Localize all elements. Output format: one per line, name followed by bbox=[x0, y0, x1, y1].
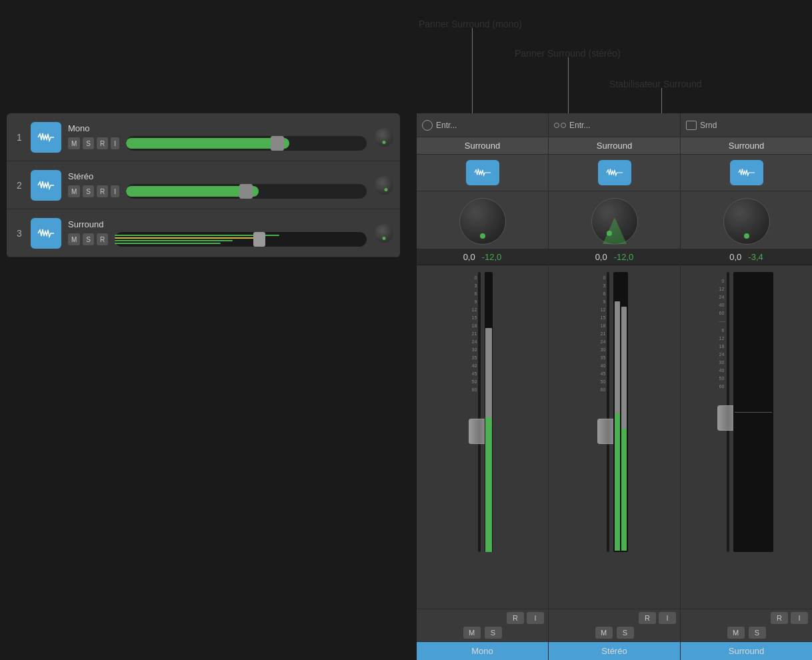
surround-panner-knob[interactable] bbox=[723, 198, 770, 245]
stereo-header-icon bbox=[554, 123, 566, 128]
stereo-panner-knob[interactable] bbox=[591, 198, 638, 245]
stereo-meter bbox=[613, 272, 628, 552]
annotation-area: Panner Surround (mono) Panner Surround (… bbox=[413, 7, 812, 113]
track-icon-mono bbox=[31, 122, 61, 153]
track-list: 1 Mono M S R I 2 bbox=[7, 113, 400, 257]
stereo-surround-label: Surround bbox=[549, 137, 680, 155]
stereo-s-btn[interactable]: S bbox=[83, 185, 94, 197]
channel-stereo-name: Stéréo bbox=[549, 641, 680, 660]
ann-line-2 bbox=[568, 57, 569, 120]
stereo-pan-dot bbox=[384, 188, 387, 191]
mono-panner-knob[interactable] bbox=[459, 198, 506, 245]
surround-value-row: 0,0 -3,4 bbox=[681, 249, 812, 265]
mono-r-btn[interactable]: R bbox=[97, 137, 108, 149]
track-name-surround: Surround bbox=[68, 219, 371, 229]
mono-m-btn-bottom[interactable]: M bbox=[463, 627, 481, 639]
annotation-1: Panner Surround (mono) bbox=[419, 19, 522, 29]
surround-s-btn[interactable]: S bbox=[83, 233, 94, 245]
mono-pan-val: 0,0 bbox=[463, 252, 475, 262]
track-number-1: 1 bbox=[13, 132, 25, 143]
stereo-waveform-area bbox=[549, 155, 680, 191]
surround-bottom-controls: R I M S bbox=[681, 609, 812, 641]
stereo-volume-val: -12,0 bbox=[614, 252, 634, 262]
surround-panner-area bbox=[681, 191, 812, 249]
surround-waveform-area bbox=[681, 155, 812, 191]
stereo-fader[interactable] bbox=[126, 184, 367, 199]
surround-m-btn[interactable]: M bbox=[68, 233, 80, 245]
track-number-3: 3 bbox=[13, 228, 25, 239]
mono-fader-section: 0 3 6 9 12 15 18 21 24 30 35 40 45 50 60 bbox=[417, 265, 548, 609]
mono-s-btn-bottom[interactable]: S bbox=[485, 627, 502, 639]
track-name-stereo: Stéréo bbox=[68, 171, 371, 181]
surround-header-label: Srnd bbox=[700, 121, 807, 130]
surround-fader[interactable] bbox=[115, 232, 367, 247]
surround-header-icon bbox=[686, 121, 697, 130]
mono-header-label: Entr... bbox=[436, 121, 543, 130]
surround-meter bbox=[733, 272, 773, 552]
track-icon-stereo bbox=[31, 170, 61, 201]
surround-waveform-btn[interactable] bbox=[730, 160, 763, 185]
mono-i-btn[interactable]: I bbox=[111, 137, 119, 149]
mono-scale: 0 3 6 9 12 15 18 21 24 30 35 40 45 50 60 bbox=[472, 272, 479, 395]
mono-pan-dot bbox=[383, 141, 386, 144]
surround-r-btn-bottom[interactable]: R bbox=[771, 612, 788, 624]
mono-pan-knob[interactable] bbox=[375, 128, 393, 147]
track-item-stereo: 2 Stéréo M S R I bbox=[7, 161, 400, 209]
mono-panner-area bbox=[417, 191, 548, 249]
annotation-3: Stabilisateur Surround bbox=[609, 79, 702, 89]
surround-track-pan-dot bbox=[383, 237, 386, 240]
track-controls-stereo: M S R I bbox=[68, 184, 371, 199]
stereo-panner-area bbox=[549, 191, 680, 249]
stereo-m-btn-bottom[interactable]: M bbox=[595, 627, 613, 639]
stereo-pan-knob[interactable] bbox=[375, 176, 393, 195]
mono-waveform-area bbox=[417, 155, 548, 191]
stereo-s-btn-bottom[interactable]: S bbox=[617, 627, 634, 639]
mixer-panel: Entr... Surround 0,0 -12,0 0 3 bbox=[417, 113, 812, 660]
mono-i-btn-bottom[interactable]: I bbox=[527, 612, 544, 624]
stereo-m-btn[interactable]: M bbox=[68, 185, 80, 197]
surround-ms-row: M S bbox=[685, 627, 808, 639]
stereo-panner-dot bbox=[607, 231, 612, 236]
track-number-2: 2 bbox=[13, 180, 25, 191]
stereo-i-btn-bottom[interactable]: I bbox=[659, 612, 676, 624]
surround-i-btn-bottom[interactable]: I bbox=[791, 612, 808, 624]
surround-s-btn-bottom[interactable]: S bbox=[749, 627, 766, 639]
surround-surround-label: Surround bbox=[681, 137, 812, 155]
surround-vert-fader-area: 0 12 24 40 60 6 12 18 24 30 40 50 bbox=[681, 265, 812, 609]
channel-surround-name: Surround bbox=[681, 641, 812, 660]
track-item-surround: 3 Surround M S R bbox=[7, 209, 400, 257]
mono-volume-val: -12,0 bbox=[482, 252, 502, 262]
stereo-r-btn-bottom[interactable]: R bbox=[639, 612, 656, 624]
track-icon-surround bbox=[31, 218, 61, 249]
mono-fader[interactable] bbox=[126, 136, 367, 151]
mono-header-icon bbox=[422, 120, 433, 131]
track-controls-surround: M S R bbox=[68, 232, 371, 247]
mono-m-btn[interactable]: M bbox=[68, 137, 80, 149]
stereo-waveform-btn[interactable] bbox=[598, 160, 631, 185]
surround-scale-upper: 0 12 24 40 60 6 12 18 24 30 40 50 bbox=[719, 272, 726, 392]
surround-ri-row: R I bbox=[685, 612, 808, 624]
channel-mono: Entr... Surround 0,0 -12,0 0 3 bbox=[417, 113, 549, 660]
surround-m-btn-bottom[interactable]: M bbox=[727, 627, 745, 639]
mono-r-btn-bottom[interactable]: R bbox=[507, 612, 524, 624]
stereo-fader-section: 0 3 6 9 12 15 18 21 24 30 35 40 45 50 60 bbox=[549, 265, 680, 609]
stereo-header-label: Entr... bbox=[569, 121, 675, 130]
stereo-r-btn[interactable]: R bbox=[97, 185, 108, 197]
track-info-surround: Surround M S R bbox=[68, 219, 371, 247]
stereo-bottom-controls: R I M S bbox=[549, 609, 680, 641]
track-item-mono: 1 Mono M S R I bbox=[7, 113, 400, 161]
surround-r-btn[interactable]: R bbox=[97, 233, 108, 245]
mono-value-row: 0,0 -12,0 bbox=[417, 249, 548, 265]
mono-s-btn[interactable]: S bbox=[83, 137, 94, 149]
mono-waveform-btn[interactable] bbox=[466, 160, 499, 185]
mono-bottom-controls: R I M S bbox=[417, 609, 548, 641]
stereo-i-btn[interactable]: I bbox=[111, 185, 119, 197]
track-name-mono: Mono bbox=[68, 123, 371, 133]
mono-meter bbox=[485, 272, 493, 552]
mono-vert-fader-area: 0 3 6 9 12 15 18 21 24 30 35 40 45 50 60 bbox=[417, 265, 548, 609]
channel-stereo-header: Entr... bbox=[549, 113, 680, 137]
surround-track-pan-knob[interactable] bbox=[375, 224, 393, 243]
ann-line-1 bbox=[472, 28, 473, 120]
channel-surround: Srnd Surround 0,0 -3,4 0 bbox=[681, 113, 812, 660]
mono-ri-row: R I bbox=[421, 612, 544, 624]
